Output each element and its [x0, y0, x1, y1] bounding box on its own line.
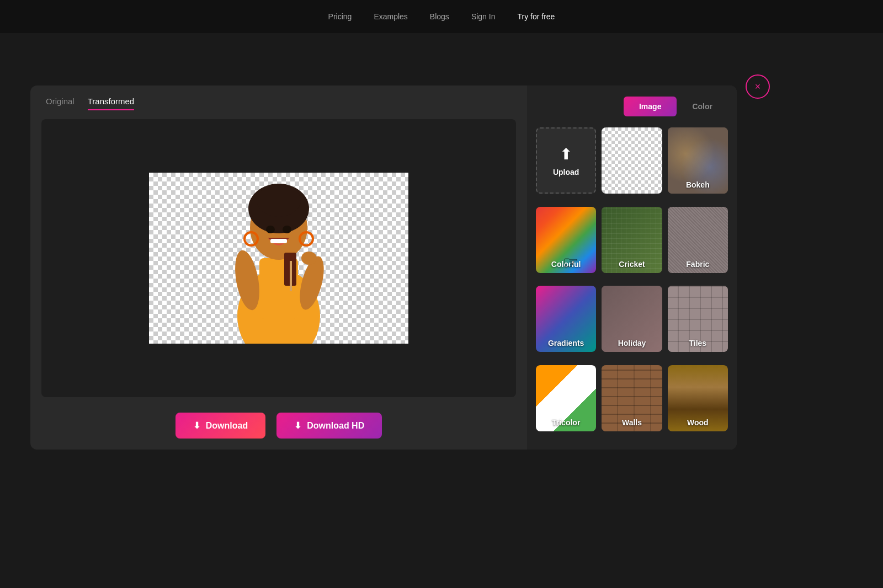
tab-transformed[interactable]: Transformed: [88, 97, 134, 110]
svg-point-14: [301, 252, 317, 265]
gradients-label: Gradients: [536, 339, 596, 348]
top-bar: Pricing Examples Blogs Sign In Try for f…: [0, 0, 883, 33]
download-hd-button[interactable]: ⬇ Download HD: [276, 413, 382, 439]
topbar-try[interactable]: Try for free: [517, 12, 555, 21]
download-hd-icon: ⬇: [294, 420, 301, 431]
upload-item[interactable]: ⬆ Upload: [536, 127, 596, 194]
toggle-buttons: Image Color: [536, 97, 728, 116]
download-icon: ⬇: [193, 420, 200, 431]
svg-rect-9: [270, 239, 287, 243]
tricolor-label: Tricolor: [536, 418, 596, 427]
bokeh-label-text: Bokeh: [668, 180, 728, 189]
topbar-signin[interactable]: Sign In: [471, 12, 496, 21]
background-colorful[interactable]: Colorful ☞: [536, 207, 596, 273]
svg-point-6: [257, 184, 301, 217]
download-hd-label: Download HD: [307, 421, 364, 431]
background-walls[interactable]: Walls: [602, 365, 662, 431]
background-holiday[interactable]: Holiday: [602, 286, 662, 352]
background-transparent[interactable]: [602, 127, 662, 194]
person-image: [149, 173, 408, 344]
main-dialog: × Original Transformed: [30, 85, 737, 450]
topbar-blogs[interactable]: Blogs: [430, 12, 449, 21]
colorful-label: Colorful: [536, 260, 596, 269]
svg-rect-13: [290, 261, 292, 291]
background-tiles[interactable]: Tiles: [668, 286, 728, 352]
fabric-label: Fabric: [668, 260, 728, 269]
background-bokeh[interactable]: Colorful Bokeh: [668, 127, 728, 194]
download-label: Download: [206, 421, 248, 431]
upload-label: Upload: [553, 168, 579, 177]
holiday-label: Holiday: [602, 339, 662, 348]
close-button[interactable]: ×: [746, 74, 770, 99]
toggle-image-btn[interactable]: Image: [624, 97, 677, 116]
topbar-pricing[interactable]: Pricing: [328, 12, 352, 21]
walls-label: Walls: [602, 418, 662, 427]
image-area: [41, 119, 516, 397]
wood-label: Wood: [668, 418, 728, 427]
topbar-examples[interactable]: Examples: [374, 12, 407, 21]
download-area: ⬇ Download ⬇ Download HD: [41, 397, 516, 450]
tabs: Original Transformed: [41, 97, 516, 110]
background-tricolor[interactable]: Tricolor: [536, 365, 596, 431]
background-cricket[interactable]: Cricket: [602, 207, 662, 273]
toggle-color-btn[interactable]: Color: [677, 97, 728, 116]
main-image: [149, 173, 408, 344]
svg-point-7: [266, 226, 275, 233]
left-panel: Original Transformed: [30, 85, 527, 450]
cricket-label: Cricket: [602, 260, 662, 269]
upload-cloud-icon: ⬆: [560, 145, 572, 163]
background-wood[interactable]: Wood: [668, 365, 728, 431]
background-grid: ⬆ Upload Colorful Bokeh Colorful ☞ Cr: [536, 127, 728, 439]
right-panel: Image Color ⬆ Upload Colorful Bokeh Colo…: [527, 85, 737, 450]
background-fabric[interactable]: Fabric: [668, 207, 728, 273]
tiles-label: Tiles: [668, 339, 728, 348]
svg-point-8: [283, 226, 291, 233]
tab-original[interactable]: Original: [46, 97, 75, 110]
download-button[interactable]: ⬇ Download: [175, 413, 265, 439]
background-gradients[interactable]: Gradients: [536, 286, 596, 352]
